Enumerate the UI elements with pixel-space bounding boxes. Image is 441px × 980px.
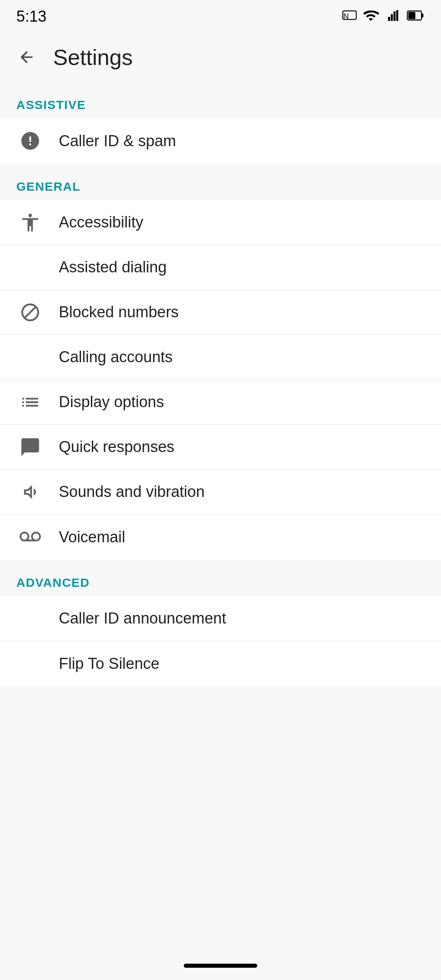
- display-options-title: Display options: [59, 393, 425, 411]
- caller-id-spam-text: Caller ID & spam: [59, 132, 425, 150]
- accessibility-icon: [16, 209, 44, 236]
- section-header-assistive: ASSISTIVE: [0, 82, 441, 118]
- settings-item-accessibility[interactable]: Accessibility: [0, 200, 441, 245]
- caller-id-spam-title: Caller ID & spam: [59, 132, 425, 150]
- svg-rect-3: [408, 12, 415, 19]
- section-header-advanced: ADVANCED: [0, 559, 441, 596]
- calling-accounts-text: Calling accounts: [59, 348, 425, 366]
- section-general: GENERAL Accessibility Assisted dialing: [0, 163, 441, 559]
- voicemail-title: Voicemail: [59, 528, 425, 546]
- blocked-numbers-title: Blocked numbers: [59, 303, 425, 321]
- settings-item-sounds-vibration[interactable]: Sounds and vibration: [0, 470, 441, 514]
- header: Settings: [0, 33, 441, 82]
- settings-item-flip-to-silence[interactable]: Flip To Silence: [0, 641, 441, 686]
- no-icon-spacer-3: [16, 605, 44, 633]
- sounds-vibration-title: Sounds and vibration: [59, 483, 425, 501]
- blocked-numbers-text: Blocked numbers: [59, 303, 425, 321]
- voicemail-icon: [16, 523, 44, 551]
- voicemail-text: Voicemail: [59, 528, 425, 546]
- page-title: Settings: [53, 45, 133, 70]
- settings-item-calling-accounts[interactable]: Calling accounts: [0, 335, 441, 380]
- settings-content: ASSISTIVE Caller ID & spam GENERAL: [0, 82, 441, 686]
- block-icon: [16, 298, 44, 326]
- settings-item-assisted-dialing[interactable]: Assisted dialing: [0, 245, 441, 290]
- wifi-icon: [363, 7, 379, 25]
- settings-item-blocked-numbers[interactable]: Blocked numbers: [0, 290, 441, 335]
- bottom-nav-indicator: [184, 964, 257, 968]
- flip-to-silence-text: Flip To Silence: [59, 655, 425, 673]
- chat-icon: [16, 433, 44, 461]
- status-icons: N: [342, 7, 425, 25]
- quick-responses-title: Quick responses: [59, 438, 425, 456]
- back-button[interactable]: [12, 43, 41, 71]
- caller-id-announcement-title: Caller ID announcement: [59, 610, 425, 627]
- settings-item-caller-id-announcement[interactable]: Caller ID announcement: [0, 596, 441, 641]
- calling-accounts-title: Calling accounts: [59, 348, 425, 366]
- section-advanced: ADVANCED Caller ID announcement Flip To …: [0, 559, 441, 686]
- no-icon-spacer-1: [16, 254, 44, 281]
- settings-item-voicemail[interactable]: Voicemail: [0, 514, 441, 559]
- no-icon-spacer-4: [16, 650, 44, 677]
- list-icon: [16, 388, 44, 416]
- settings-item-quick-responses[interactable]: Quick responses: [0, 425, 441, 470]
- svg-rect-4: [421, 13, 423, 17]
- alert-circle-icon: [16, 127, 44, 155]
- battery-icon: [407, 7, 425, 25]
- accessibility-text: Accessibility: [59, 214, 425, 231]
- nfc-icon: N: [342, 8, 357, 25]
- volume-icon: [16, 478, 44, 506]
- settings-item-caller-id-spam[interactable]: Caller ID & spam: [0, 118, 441, 163]
- quick-responses-text: Quick responses: [59, 438, 425, 456]
- section-assistive: ASSISTIVE Caller ID & spam: [0, 82, 441, 163]
- status-time: 5:13: [16, 8, 47, 25]
- status-bar: 5:13 N: [0, 0, 441, 33]
- assisted-dialing-title: Assisted dialing: [59, 258, 425, 276]
- assisted-dialing-text: Assisted dialing: [59, 258, 425, 276]
- sounds-vibration-text: Sounds and vibration: [59, 483, 425, 501]
- flip-to-silence-title: Flip To Silence: [59, 655, 425, 673]
- settings-item-display-options[interactable]: Display options: [0, 380, 441, 425]
- accessibility-title: Accessibility: [59, 214, 425, 231]
- signal-icon: [385, 7, 401, 25]
- no-icon-spacer-2: [16, 343, 44, 371]
- display-options-text: Display options: [59, 393, 425, 411]
- caller-id-announcement-text: Caller ID announcement: [59, 610, 425, 627]
- section-header-general: GENERAL: [0, 163, 441, 200]
